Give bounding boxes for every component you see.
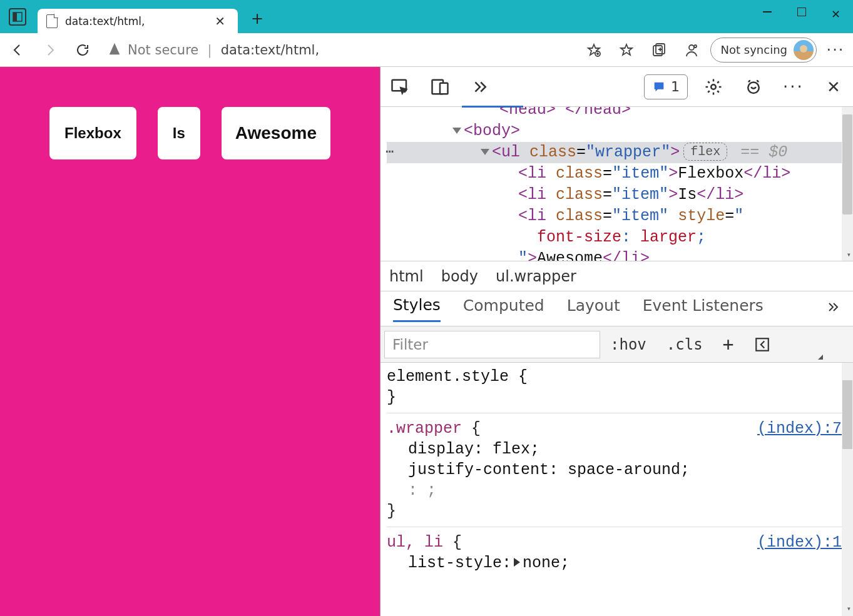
- window-controls: ✕: [750, 0, 853, 33]
- devtools-panel: 1 ··· ✕ <head> </head> <body> <ul class=…: [380, 67, 853, 616]
- sync-label: Not syncing: [721, 43, 787, 56]
- security-status: Not secure: [128, 43, 198, 58]
- back-button[interactable]: [4, 36, 31, 64]
- device-toolbar-button[interactable]: [426, 73, 454, 101]
- menu-button[interactable]: ···: [822, 36, 849, 64]
- hov-button[interactable]: :hov: [600, 326, 656, 362]
- flex-badge[interactable]: flex: [683, 143, 727, 161]
- styles-tabs: Styles Computed Layout Event Listeners: [381, 291, 853, 326]
- svg-rect-1: [13, 13, 17, 21]
- computed-panel-toggle-button[interactable]: [744, 326, 780, 362]
- feedback-button[interactable]: [739, 73, 768, 101]
- styles-toolbar: Filter :hov .cls +: [381, 326, 853, 363]
- inspect-element-button[interactable]: [386, 73, 414, 101]
- source-link[interactable]: (index):1: [757, 532, 842, 553]
- tab-close-icon[interactable]: ✕: [211, 13, 229, 30]
- flex-item: Is: [158, 107, 200, 159]
- style-rule-element[interactable]: element.style { }: [387, 366, 842, 408]
- not-secure-icon: [108, 42, 121, 58]
- window-maximize-button[interactable]: [784, 0, 819, 33]
- reload-button[interactable]: [69, 36, 96, 64]
- window-close-button[interactable]: ✕: [819, 0, 853, 33]
- devtools-toolbar: 1 ··· ✕: [381, 67, 853, 107]
- dom-line-selected[interactable]: <ul class="wrapper">flex == $0: [387, 142, 853, 163]
- tab-event-listeners[interactable]: Event Listeners: [643, 296, 764, 321]
- window-titlebar: data:text/html, ✕ + ✕: [0, 0, 853, 33]
- new-style-rule-button[interactable]: +: [713, 326, 744, 362]
- issues-count: 1: [671, 79, 680, 94]
- forward-button: [36, 36, 64, 64]
- breadcrumb-item[interactable]: body: [441, 268, 478, 285]
- browser-tab[interactable]: data:text/html, ✕: [38, 9, 238, 34]
- window-minimize-button[interactable]: [750, 0, 784, 33]
- tab-computed[interactable]: Computed: [463, 296, 544, 321]
- cls-button[interactable]: .cls: [656, 326, 713, 362]
- issues-button[interactable]: 1: [644, 74, 688, 99]
- url-divider: |: [207, 42, 212, 58]
- style-rule-ulli[interactable]: (index):1 ul, li { list-style:none;: [387, 527, 842, 573]
- collections-button[interactable]: [645, 36, 673, 64]
- source-link[interactable]: (index):7: [757, 418, 842, 439]
- url-text: data:text/html,: [221, 43, 319, 58]
- browser-toolbar: Not secure | data:text/html, Not syncing…: [0, 33, 853, 67]
- filter-placeholder: Filter: [392, 336, 428, 353]
- breadcrumb-item[interactable]: html: [389, 268, 424, 285]
- more-options-button[interactable]: ···: [779, 73, 808, 101]
- style-rule-wrapper[interactable]: (index):7 .wrapper { display: flex; just…: [387, 413, 842, 522]
- dom-line[interactable]: ">Awesome</li>: [387, 248, 853, 261]
- breadcrumb-item[interactable]: ul.wrapper: [496, 268, 576, 285]
- styles-pane[interactable]: element.style { } (index):7 .wrapper { d…: [381, 363, 853, 616]
- dom-line[interactable]: <head> </head>: [387, 107, 853, 121]
- svg-rect-12: [756, 338, 769, 351]
- page-viewport: Flexbox Is Awesome: [0, 67, 380, 616]
- dom-breadcrumb: html body ul.wrapper: [381, 261, 853, 291]
- devtools-close-button[interactable]: ✕: [819, 73, 848, 101]
- new-tab-button[interactable]: +: [247, 8, 268, 29]
- svg-point-6: [694, 45, 697, 48]
- user-avatar: [794, 40, 814, 60]
- elements-scrollbar[interactable]: ▾: [842, 107, 853, 261]
- svg-rect-9: [440, 83, 448, 94]
- app-icon: [9, 8, 26, 26]
- flex-wrapper: Flexbox Is Awesome: [49, 107, 330, 159]
- profile-icon[interactable]: [678, 36, 705, 64]
- dom-line[interactable]: <body>: [387, 121, 853, 142]
- menu-dots-icon: ···: [827, 41, 845, 59]
- sync-button[interactable]: Not syncing: [710, 38, 817, 63]
- more-tabs-button[interactable]: [466, 73, 494, 101]
- flex-item: Flexbox: [49, 107, 136, 159]
- dom-line[interactable]: <li class="item">Is</li>: [387, 184, 853, 206]
- tab-styles[interactable]: Styles: [393, 296, 441, 322]
- dom-line[interactable]: <li class="item">Flexbox</li>: [387, 163, 853, 184]
- dom-line[interactable]: <li class="item" style=": [387, 206, 853, 227]
- favorites-button[interactable]: [613, 36, 640, 64]
- address-bar[interactable]: Not secure | data:text/html,: [101, 38, 575, 63]
- tab-title: data:text/html,: [65, 15, 145, 28]
- dom-line[interactable]: font-size: larger;: [387, 227, 853, 248]
- more-styles-tabs-button[interactable]: [825, 300, 840, 318]
- svg-point-10: [711, 84, 716, 89]
- tab-layout[interactable]: Layout: [567, 296, 620, 321]
- flex-item: Awesome: [222, 107, 330, 159]
- settings-button[interactable]: [699, 73, 728, 101]
- elements-tree[interactable]: <head> </head> <body> <ul class="wrapper…: [381, 107, 853, 261]
- add-favorite-button[interactable]: [580, 36, 608, 64]
- styles-filter-input[interactable]: Filter: [384, 331, 600, 358]
- svg-point-5: [689, 45, 694, 50]
- styles-scrollbar[interactable]: ▾: [842, 363, 853, 616]
- list-style-picker-icon[interactable]: [514, 558, 520, 567]
- page-favicon: [46, 14, 58, 28]
